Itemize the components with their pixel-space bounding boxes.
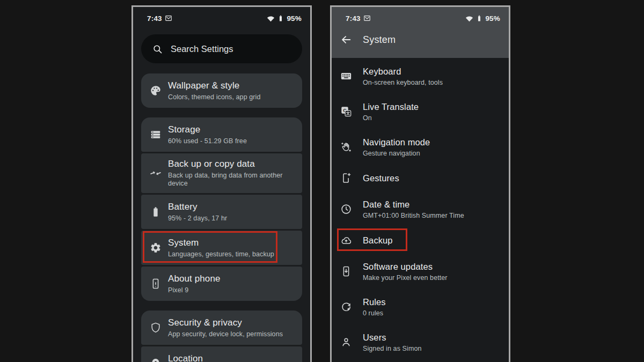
gestures-phone-icon — [340, 172, 356, 184]
back-button[interactable] — [340, 34, 356, 46]
settings-item-back-up-or-copy-data[interactable]: Back up or copy dataBack up data, bring … — [141, 153, 302, 193]
right-phone-screenshot: 7:43 95% System KeyboardOn-s — [330, 5, 510, 362]
settings-card-list: Wallpaper & styleColors, themed icons, a… — [141, 73, 302, 362]
settings-item-software-updates[interactable]: Software updatesMake your Pixel even bet… — [332, 254, 509, 289]
keyboard-icon — [340, 70, 356, 82]
item-subtitle: Signed in as Simon — [363, 345, 422, 353]
item-title: Battery — [168, 202, 227, 212]
cloud-backup-icon — [340, 234, 356, 246]
item-title: Back up or copy data — [168, 159, 296, 169]
item-title: Software updates — [363, 261, 448, 272]
battery-status-icon — [475, 14, 483, 22]
item-title: Security & privacy — [168, 317, 283, 328]
status-battery-percent: 95% — [485, 14, 500, 23]
left-phone-screenshot: 7:43 95% Search Settings Wallpaper & sty… — [131, 5, 312, 362]
item-title: Gestures — [363, 173, 399, 183]
status-time: 7:43 — [147, 14, 162, 23]
settings-item-users[interactable]: UsersSigned in as Simon — [332, 324, 509, 360]
settings-item-navigation-mode[interactable]: Navigation modeGesture navigation — [332, 129, 509, 165]
settings-item-battery[interactable]: Battery95% - 2 days, 17 hr — [141, 195, 302, 229]
settings-item-system[interactable]: SystemLanguages, gestures, time, backup — [141, 231, 302, 265]
shield-icon — [150, 322, 168, 334]
search-icon — [152, 44, 163, 54]
item-title: Live Translate — [363, 101, 419, 112]
item-title: About phone — [168, 274, 221, 284]
item-subtitle: 60% used - 51.29 GB free — [168, 137, 247, 145]
gear-icon — [150, 242, 168, 254]
item-subtitle: Gesture navigation — [363, 150, 430, 158]
wifi-icon — [465, 14, 473, 23]
settings-item-location[interactable]: LocationOn / 17 apps have access to loca… — [141, 346, 302, 362]
item-title: Users — [363, 332, 422, 343]
item-subtitle: Colors, themed icons, app grid — [168, 93, 261, 101]
item-subtitle: GMT+01:00 British Summer Time — [363, 212, 464, 220]
item-subtitle: Make your Pixel even better — [363, 274, 448, 282]
hand-gesture-icon — [340, 141, 356, 153]
storage-icon — [150, 129, 168, 141]
item-title: Keyboard — [363, 66, 443, 77]
translate-icon: G — [340, 106, 356, 117]
backup-arrows-icon — [150, 167, 168, 179]
status-bar: 7:43 95% — [332, 7, 509, 25]
item-title: Date & time — [363, 199, 464, 210]
rules-icon — [340, 301, 356, 313]
item-title: Wallpaper & style — [168, 80, 261, 91]
item-subtitle: App security, device lock, permissions — [168, 330, 283, 338]
settings-item-gestures[interactable]: Gestures — [332, 165, 509, 191]
settings-item-backup[interactable]: Backup — [332, 227, 509, 254]
search-placeholder: Search Settings — [171, 44, 233, 54]
settings-item-keyboard[interactable]: KeyboardOn-screen keyboard, tools — [332, 58, 509, 94]
settings-item-rules[interactable]: Rules0 rules — [332, 289, 509, 324]
palette-icon — [150, 85, 168, 97]
item-title: Location — [168, 353, 280, 362]
item-subtitle: On-screen keyboard, tools — [363, 79, 443, 87]
item-subtitle: On — [363, 114, 419, 122]
page-title: System — [363, 34, 396, 46]
item-title: Navigation mode — [363, 137, 430, 147]
item-subtitle: 0 rules — [363, 309, 386, 317]
wifi-icon — [267, 14, 275, 23]
battery-icon — [150, 206, 168, 218]
phone-info-icon — [150, 278, 168, 290]
item-subtitle: Languages, gestures, time, backup — [168, 250, 274, 258]
system-settings-list: KeyboardOn-screen keyboard, toolsGLive T… — [332, 58, 509, 360]
gmail-notification-icon — [165, 14, 172, 22]
clock-icon — [340, 203, 356, 215]
item-subtitle: Back up data, bring data from another de… — [168, 172, 296, 188]
settings-item-about-phone[interactable]: About phonePixel 9 — [141, 267, 302, 301]
system-page-header: 7:43 95% System — [332, 7, 509, 58]
search-settings-bar[interactable]: Search Settings — [141, 34, 302, 63]
settings-item-security-privacy[interactable]: Security & privacyApp security, device l… — [141, 311, 302, 345]
person-icon — [340, 336, 356, 348]
location-pin-icon — [150, 358, 168, 362]
settings-item-wallpaper-style[interactable]: Wallpaper & styleColors, themed icons, a… — [141, 73, 302, 108]
item-title: System — [168, 238, 274, 248]
settings-card-group: Wallpaper & styleColors, themed icons, a… — [141, 73, 302, 108]
status-time: 7:43 — [346, 14, 361, 23]
status-bar: 7:43 95% — [133, 7, 310, 25]
settings-card-group: Security & privacyApp security, device l… — [141, 311, 302, 362]
gmail-notification-icon — [363, 14, 371, 22]
settings-item-live-translate[interactable]: GLive TranslateOn — [332, 94, 509, 129]
item-title: Rules — [363, 297, 386, 307]
item-subtitle: 95% - 2 days, 17 hr — [168, 215, 227, 223]
battery-status-icon — [277, 14, 284, 22]
settings-item-date-time[interactable]: Date & timeGMT+01:00 British Summer Time — [332, 191, 509, 227]
status-battery-percent: 95% — [287, 14, 302, 23]
item-title: Storage — [168, 124, 247, 135]
software-update-icon — [340, 265, 356, 277]
item-subtitle: Pixel 9 — [168, 286, 221, 294]
settings-item-storage[interactable]: Storage60% used - 51.29 GB free — [141, 117, 302, 152]
settings-card-group: Storage60% used - 51.29 GB freeBack up o… — [141, 117, 302, 301]
item-title: Backup — [363, 235, 393, 246]
